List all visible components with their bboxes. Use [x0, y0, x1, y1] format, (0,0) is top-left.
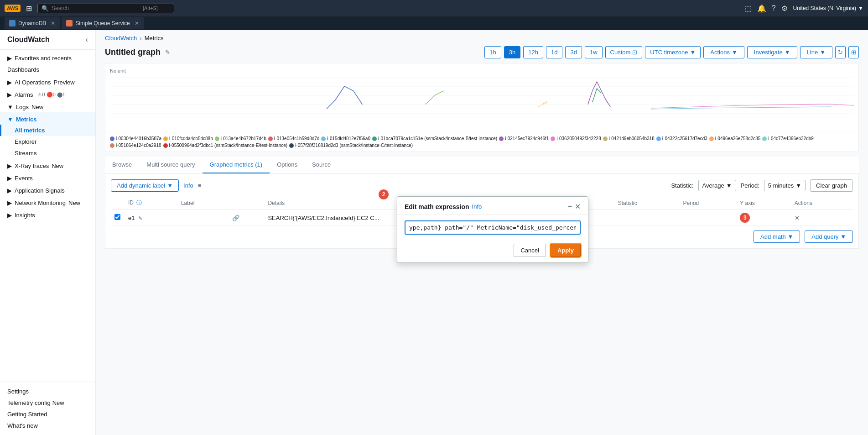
- sidebar-item-application-signals[interactable]: ▶ Application Signals: [0, 183, 95, 196]
- time-3d-button[interactable]: 3d: [565, 46, 582, 58]
- service-tab-sqs[interactable]: Simple Queue Service ✕: [62, 17, 143, 29]
- graph-controls: 1h 3h 12h 1d 3d 1w Custom ⊡ UTC timezone…: [484, 46, 859, 58]
- expand-button[interactable]: ⊞: [848, 46, 859, 58]
- tab-multi-source-query[interactable]: Multi source query: [139, 157, 202, 173]
- main-layout: CloudWatch ‹ ▶ Favorites and recents Das…: [0, 30, 868, 435]
- getting-started-label: Getting Started: [7, 411, 47, 418]
- row-link-cell[interactable]: 🔗: [229, 210, 265, 226]
- sidebar-bottom-settings[interactable]: Settings: [0, 386, 95, 397]
- statistic-value: Average: [702, 182, 724, 189]
- dialog-minimize-icon[interactable]: −: [568, 203, 572, 211]
- legend-item-8: i-0421d9eb06054b318: [603, 136, 655, 141]
- search-input[interactable]: [52, 5, 143, 11]
- sidebar-item-insights[interactable]: ▶ Insights: [0, 208, 95, 220]
- graph-header: Untitled graph ✎ 1h 3h 12h 1d 3d 1w Cust…: [96, 46, 868, 63]
- actions-button[interactable]: Actions ▼: [703, 46, 744, 58]
- sidebar-item-logs[interactable]: ▼ Logs New: [0, 100, 95, 112]
- legend-label-0: i-00304e44016b3587a: [116, 136, 161, 141]
- sidebar-collapse-button[interactable]: ‹: [86, 36, 88, 44]
- telemetry-label: Telemetry config: [7, 399, 51, 406]
- legend-item-12: i-051864e124c0a2918: [110, 143, 161, 148]
- line-button[interactable]: Line ▼: [800, 46, 832, 58]
- statistic-select[interactable]: Average ▼: [698, 180, 736, 191]
- add-math-button[interactable]: Add math ▼: [754, 231, 800, 243]
- custom-time-button[interactable]: Custom ⊡: [605, 46, 643, 58]
- search-bar[interactable]: 🔍 [Alt+S]: [37, 4, 174, 13]
- time-1w-button[interactable]: 1w: [585, 46, 603, 58]
- sidebar-item-network-monitoring[interactable]: ▶ Network Monitoring New: [0, 196, 95, 208]
- bell-icon[interactable]: 🔔: [757, 4, 766, 13]
- favorites-arrow-icon: ▶: [7, 55, 12, 62]
- sidebar-item-dashboards[interactable]: Dashboards: [0, 64, 95, 75]
- time-1h-button[interactable]: 1h: [484, 46, 501, 58]
- time-12h-button[interactable]: 12h: [523, 46, 543, 58]
- search-shortcut: [Alt+S]: [143, 5, 158, 11]
- tab-source[interactable]: Source: [305, 157, 338, 173]
- sidebar-bottom-whats-new[interactable]: What's new: [0, 420, 95, 431]
- tab-multi-source-label: Multi source query: [146, 161, 195, 168]
- service-tab-dynamodb-close[interactable]: ✕: [51, 20, 55, 26]
- sqs-icon: [66, 20, 73, 26]
- dialog-info-link[interactable]: Info: [472, 203, 482, 210]
- content-area: CloudWatch › Metrics Untitled graph ✎ 1h…: [96, 30, 868, 435]
- grid-icon[interactable]: ⊞: [26, 4, 32, 13]
- col-actions: Actions: [791, 196, 853, 210]
- help-icon[interactable]: ?: [772, 4, 776, 12]
- col-label: Label: [177, 196, 229, 210]
- row-link-icon[interactable]: 🔗: [232, 215, 239, 221]
- graph-title: Untitled graph: [105, 47, 161, 57]
- sidebar-item-ai-operations[interactable]: ▶ AI Operations Preview: [0, 75, 95, 88]
- service-tab-sqs-close[interactable]: ✕: [135, 20, 139, 26]
- row-id-edit-icon[interactable]: ✎: [138, 215, 142, 221]
- investigate-button[interactable]: Investigate ▼: [747, 46, 797, 58]
- refresh-button[interactable]: ↻: [835, 46, 846, 58]
- cancel-button[interactable]: Cancel: [514, 244, 546, 257]
- legend-item-3: i-013e054c1b59d8d7d: [268, 136, 320, 141]
- graph-title-edit-icon[interactable]: ✎: [165, 49, 170, 56]
- sidebar-bottom-getting-started[interactable]: Getting Started: [0, 409, 95, 420]
- info-link[interactable]: Info: [183, 182, 193, 189]
- time-3h-button[interactable]: 3h: [504, 46, 520, 58]
- clear-graph-button[interactable]: Clear graph: [810, 179, 853, 192]
- sidebar-item-events[interactable]: ▶ Events: [0, 171, 95, 183]
- sidebar-item-metrics[interactable]: ▼ Metrics: [0, 112, 95, 125]
- legend-dot-9: [656, 136, 661, 141]
- sidebar-item-all-metrics[interactable]: All metrics: [0, 125, 95, 136]
- sidebar-item-streams[interactable]: Streams: [0, 147, 95, 159]
- breadcrumb-cloudwatch[interactable]: CloudWatch: [105, 35, 137, 42]
- legend-item-10: i-0496ea26e758d2c85: [709, 136, 761, 141]
- row-checkbox-cell[interactable]: [111, 210, 125, 226]
- sidebar-item-explorer[interactable]: Explorer: [0, 136, 95, 147]
- region-selector[interactable]: United States (N. Virginia) ▼: [793, 5, 863, 11]
- add-dynamic-label-button[interactable]: Add dynamic label ▼: [111, 179, 179, 192]
- legend-dot-13: [163, 143, 168, 148]
- service-tabs: DynamoDB ✕ Simple Queue Service ✕: [0, 16, 868, 30]
- col-checkbox: [111, 196, 125, 210]
- tab-browse[interactable]: Browse: [105, 157, 139, 173]
- col-id-info-icon[interactable]: ⓘ: [136, 199, 142, 206]
- settings-icon[interactable]: ⚙: [781, 4, 788, 13]
- math-expression-input[interactable]: [405, 220, 581, 235]
- cloud-icon[interactable]: ⬚: [745, 4, 752, 13]
- sidebar-item-favorites[interactable]: ▶ Favorites and recents: [0, 52, 95, 64]
- tab-options[interactable]: Options: [270, 157, 305, 173]
- add-query-button[interactable]: Add query ▼: [805, 231, 853, 243]
- legend-label-10: i-0496ea26e758d2c85: [715, 136, 761, 141]
- period-select[interactable]: 5 minutes ▼: [764, 180, 806, 191]
- sidebar-item-alarms[interactable]: ▶ Alarms ⚠0 🔴0 ⬤1: [0, 88, 95, 100]
- insights-arrow-icon: ▶: [7, 212, 12, 219]
- time-1d-button[interactable]: 1d: [546, 46, 562, 58]
- col-id: ID ⓘ: [125, 196, 177, 210]
- service-tab-dynamodb[interactable]: DynamoDB ✕: [5, 17, 60, 29]
- dialog-close-icon[interactable]: ✕: [575, 202, 581, 211]
- legend-item-4: i-015dfd4812e7f56a0: [321, 136, 370, 141]
- sidebar-item-all-metrics-label: All metrics: [15, 127, 45, 134]
- sidebar-item-xray-traces[interactable]: ▶ X-Ray traces New: [0, 159, 95, 171]
- xray-arrow-icon: ▶: [7, 162, 12, 169]
- tab-graphed-metrics[interactable]: Graphed metrics (1): [203, 157, 270, 173]
- timezone-button[interactable]: UTC timezone ▼: [645, 46, 701, 58]
- apply-button[interactable]: Apply: [551, 244, 581, 257]
- sidebar-bottom-telemetry[interactable]: Telemetry config New: [0, 397, 95, 409]
- row-checkbox[interactable]: [114, 214, 120, 220]
- row-close-icon[interactable]: ✕: [795, 215, 800, 221]
